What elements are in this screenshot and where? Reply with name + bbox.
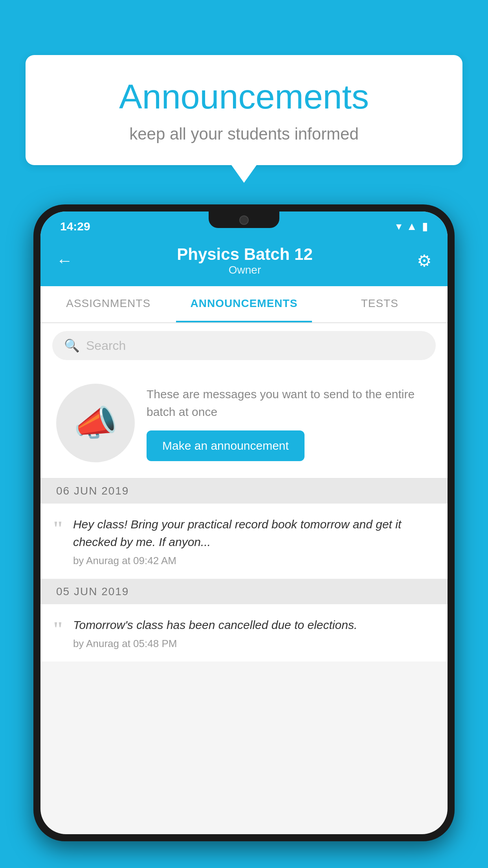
header-center: Physics Batch 12 Owner: [73, 245, 417, 276]
bubble-tail: [231, 165, 257, 183]
battery-icon: ▮: [422, 220, 428, 233]
speech-bubble-section: Announcements keep all your students inf…: [26, 55, 462, 183]
promo-section: 📣 These are messages you want to send to…: [40, 368, 448, 478]
announcement-meta-2: by Anurag at 05:48 PM: [73, 638, 436, 650]
tab-announcements[interactable]: ANNOUNCEMENTS: [176, 286, 312, 322]
app-header: ← Physics Batch 12 Owner ⚙: [40, 237, 448, 286]
search-input[interactable]: Search: [86, 338, 126, 353]
announcement-text-2: Tomorrow's class has been cancelled due …: [73, 616, 436, 634]
phone-wrapper: 14:29 ▾ ▲ ▮ ← Physics Batch 12 Owner ⚙ A…: [33, 204, 455, 868]
megaphone-icon: 📣: [73, 403, 117, 444]
tab-tests[interactable]: TESTS: [312, 286, 448, 322]
date-separator-1: 06 JUN 2019: [40, 478, 448, 504]
status-icons: ▾ ▲ ▮: [396, 220, 428, 233]
promo-content: These are messages you want to send to t…: [147, 385, 432, 461]
tabs-bar: ASSIGNMENTS ANNOUNCEMENTS TESTS: [40, 286, 448, 323]
phone-device: 14:29 ▾ ▲ ▮ ← Physics Batch 12 Owner ⚙ A…: [33, 204, 455, 841]
phone-camera: [239, 215, 249, 225]
bubble-subtitle: keep all your students informed: [49, 125, 439, 143]
phone-notch: [209, 211, 279, 228]
speech-bubble: Announcements keep all your students inf…: [26, 55, 462, 165]
phone-screen: 14:29 ▾ ▲ ▮ ← Physics Batch 12 Owner ⚙ A…: [40, 211, 448, 834]
promo-description: These are messages you want to send to t…: [147, 385, 432, 421]
wifi-icon: ▾: [396, 220, 402, 233]
announcement-content-2: Tomorrow's class has been cancelled due …: [73, 616, 436, 650]
header-title: Physics Batch 12: [73, 245, 417, 264]
back-button[interactable]: ←: [56, 251, 73, 270]
announcement-meta-1: by Anurag at 09:42 AM: [73, 555, 436, 567]
search-icon: 🔍: [64, 338, 80, 353]
status-time: 14:29: [60, 220, 90, 233]
date-label-2: 05 JUN 2019: [56, 585, 432, 598]
announcement-text-1: Hey class! Bring your practical record b…: [73, 515, 436, 551]
quote-icon-1: ": [52, 519, 64, 539]
settings-button[interactable]: ⚙: [417, 251, 432, 270]
bubble-title: Announcements: [49, 77, 439, 117]
make-announcement-button[interactable]: Make an announcement: [147, 430, 305, 461]
search-container: 🔍 Search: [40, 323, 448, 368]
announcement-item-1[interactable]: " Hey class! Bring your practical record…: [40, 504, 448, 579]
search-bar[interactable]: 🔍 Search: [52, 331, 436, 360]
header-subtitle: Owner: [73, 264, 417, 276]
date-label-1: 06 JUN 2019: [56, 485, 432, 497]
announcement-content-1: Hey class! Bring your practical record b…: [73, 515, 436, 567]
announcement-item-2[interactable]: " Tomorrow's class has been cancelled du…: [40, 604, 448, 662]
signal-icon: ▲: [406, 220, 417, 233]
date-separator-2: 05 JUN 2019: [40, 579, 448, 604]
quote-icon-2: ": [52, 619, 64, 640]
promo-icon-circle: 📣: [56, 384, 135, 462]
tab-assignments[interactable]: ASSIGNMENTS: [40, 286, 176, 322]
